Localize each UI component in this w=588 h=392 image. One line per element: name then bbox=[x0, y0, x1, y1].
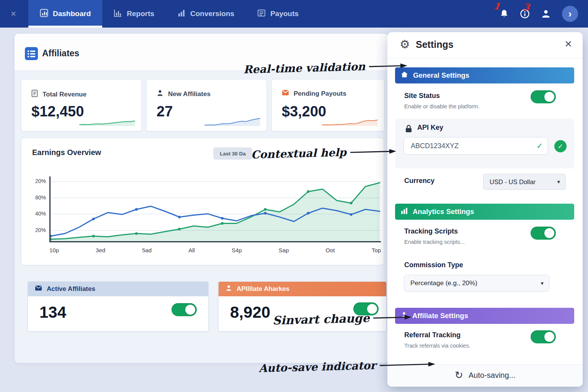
currency-select[interactable]: USD - US Dollar ▾ bbox=[483, 174, 566, 190]
stat-value: $12,450 bbox=[31, 103, 84, 120]
chevron-down-icon: ▾ bbox=[557, 178, 560, 185]
x-axis-labels: 10p 3ed 5ad All S4p Sap Oot Top bbox=[49, 247, 381, 253]
site-status-description: Enable or disable the platform. bbox=[404, 103, 480, 109]
tracking-scripts-toggle[interactable] bbox=[531, 227, 556, 240]
tab-reports[interactable]: Reports bbox=[102, 0, 166, 28]
x-tick-label: S4p bbox=[232, 247, 242, 253]
referral-tracking-description: Track referrals via cookies. bbox=[404, 343, 470, 349]
section-title: Analytics Settings bbox=[413, 207, 474, 216]
card-value: 134 bbox=[39, 303, 66, 322]
site-status-toggle[interactable] bbox=[531, 90, 556, 103]
x-tick-label: Oot bbox=[326, 247, 335, 253]
receipt-icon bbox=[31, 90, 38, 99]
earnings-title: Earnings Overview bbox=[32, 148, 101, 157]
x-tick-label: 5ad bbox=[142, 247, 152, 253]
referral-tracking-toggle[interactable] bbox=[531, 330, 556, 343]
nav-close-icon[interactable]: × bbox=[11, 8, 16, 19]
tab-label: Conversions bbox=[190, 10, 234, 18]
tab-label: Reports bbox=[127, 10, 154, 18]
analytics-settings-section-header: Analytics Settings bbox=[395, 204, 574, 220]
x-tick-label: All bbox=[188, 247, 195, 253]
section-title: General Settings bbox=[413, 71, 469, 80]
payouts-sparkline bbox=[321, 112, 379, 127]
card-value: 8,920 bbox=[230, 303, 270, 322]
y-tick-label: 80% bbox=[28, 194, 46, 201]
reports-icon bbox=[114, 9, 122, 19]
stat-card-header: New Affiliates bbox=[157, 90, 211, 98]
x-tick-label: Top bbox=[372, 247, 381, 253]
site-status-label: Site Status bbox=[404, 92, 440, 100]
annotation-text: Sinvart chauge bbox=[273, 311, 370, 327]
dashboard-icon bbox=[40, 9, 48, 19]
annotation-text: Auto-save indicator bbox=[259, 359, 376, 375]
tracking-scripts-description: Enable tracking scripts... bbox=[404, 239, 465, 245]
page-title: Affiliates bbox=[42, 48, 79, 59]
stat-value: $3,200 bbox=[282, 103, 326, 120]
envelope-icon bbox=[35, 285, 42, 293]
gear-icon: ⚙ bbox=[400, 38, 410, 51]
tab-dashboard[interactable]: Dashboard bbox=[28, 0, 102, 28]
stat-card-header: Total Revenue bbox=[31, 90, 87, 99]
notifications-bell-icon[interactable] bbox=[499, 9, 509, 19]
card-header: Active Affiliates bbox=[28, 282, 208, 296]
referral-tracking-label: Referral Tracking bbox=[404, 331, 461, 339]
stat-label: New Affiliates bbox=[168, 90, 211, 98]
active-affiliates-card: Active Affiliates 134 bbox=[28, 281, 209, 332]
commission-type-value: Percentage (e.g., 20%) bbox=[410, 279, 477, 287]
tab-label: Dashboard bbox=[53, 10, 91, 18]
api-key-input[interactable] bbox=[403, 137, 548, 155]
affiliate-settings-section-header: Affiliate Settings bbox=[395, 308, 574, 324]
y-tick-label: 20% bbox=[28, 227, 46, 233]
payouts-icon bbox=[257, 9, 266, 19]
envelope-icon bbox=[282, 90, 289, 98]
active-affiliates-toggle[interactable] bbox=[172, 303, 197, 316]
conversions-icon bbox=[177, 9, 186, 19]
affiliates-sparkline bbox=[204, 112, 261, 127]
x-tick-label: 3ed bbox=[96, 247, 105, 253]
stat-card-new-affiliates: New Affiliates 27 bbox=[146, 79, 267, 131]
section-title: Affiliate Settings bbox=[412, 312, 468, 320]
stat-label: Pending Payouts bbox=[294, 90, 346, 98]
autosave-spinner-icon: ↻ bbox=[455, 369, 463, 381]
tab-conversions[interactable]: Conversions bbox=[166, 0, 246, 28]
api-key-label: API Key bbox=[417, 124, 443, 132]
general-settings-section-header: General Settings bbox=[395, 67, 574, 83]
bar-chart-icon bbox=[401, 207, 408, 216]
annotation-arrow bbox=[369, 62, 407, 70]
page: × Dashboard Reports Conversions bbox=[0, 0, 588, 392]
tab-payouts[interactable]: Payouts bbox=[246, 0, 310, 28]
validation-check-icon: ✓ bbox=[536, 141, 543, 150]
chevron-down-icon: ▾ bbox=[541, 280, 544, 287]
annotation-arrow bbox=[373, 314, 412, 321]
settings-panel: ⚙ Settings × General Settings Site Statu… bbox=[387, 32, 583, 387]
nav-chevron-button[interactable]: › bbox=[562, 6, 578, 22]
stat-label: Total Revenue bbox=[42, 91, 87, 98]
valid-status-icon: ✓ bbox=[554, 140, 567, 152]
currency-label: Currency bbox=[404, 177, 434, 185]
nav-tabs: Dashboard Reports Conversions Payouts bbox=[28, 0, 310, 28]
home-icon bbox=[401, 71, 408, 80]
stat-value: 27 bbox=[157, 103, 173, 120]
person-icon bbox=[157, 90, 163, 98]
date-range-button[interactable]: Last 30 Da bbox=[213, 147, 252, 160]
annotation-text: Contextual help bbox=[251, 146, 347, 161]
revenue-sparkline bbox=[78, 112, 136, 127]
settings-header: ⚙ Settings × bbox=[387, 32, 583, 58]
nav-right-cluster: › bbox=[499, 0, 578, 28]
account-icon[interactable] bbox=[541, 8, 551, 19]
y-tick-label: 20% bbox=[28, 178, 46, 184]
autosave-status-text: Auto-saving... bbox=[469, 371, 515, 380]
tracking-scripts-label: Tracking Scripts bbox=[404, 227, 458, 235]
person-icon bbox=[225, 285, 232, 293]
card-header: APIllIate Aharkes bbox=[219, 282, 386, 296]
stat-card-header: Pending Payouts bbox=[282, 90, 346, 98]
settings-close-icon[interactable]: × bbox=[565, 37, 572, 51]
api-key-input-wrap: ✓ bbox=[403, 137, 548, 155]
stat-card-total-revenue: Total Revenue $12,450 bbox=[21, 79, 142, 131]
commission-type-label: Commission Type bbox=[404, 261, 463, 269]
y-tick-label: 40% bbox=[28, 211, 46, 217]
commission-type-select[interactable]: Percentage (e.g., 20%) ▾ bbox=[404, 275, 549, 292]
earnings-line-chart bbox=[49, 176, 381, 242]
stat-card-pending-payouts: Pending Payouts $3,200 bbox=[271, 79, 384, 131]
x-tick-label: 10p bbox=[49, 247, 59, 253]
